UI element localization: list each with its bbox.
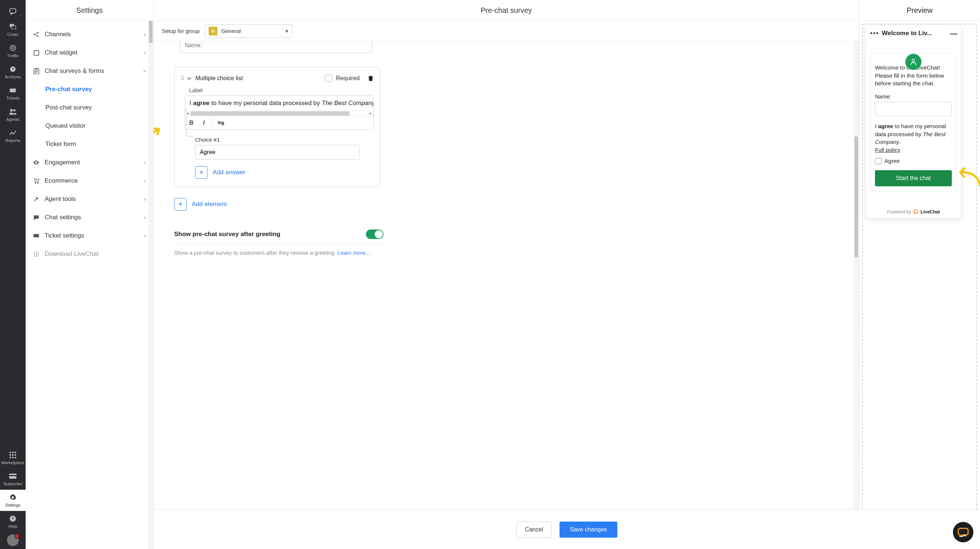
svg-rect-9 (12, 452, 14, 453)
settings-sidebar: Settings Channels › Chat widget › Chat s… (25, 0, 154, 549)
ticket-icon (9, 86, 17, 94)
required-toggle[interactable]: Required (325, 75, 360, 82)
menu-sub-prechat[interactable]: Pre-chat survey (25, 80, 153, 99)
livechat-logo-icon (913, 209, 918, 215)
menu-label: Chat surveys & forms (45, 67, 104, 75)
checkbox-icon (325, 75, 332, 82)
learn-more-link[interactable]: Learn more... (337, 250, 370, 256)
cancel-button[interactable]: Cancel (516, 522, 552, 538)
rail-chats[interactable]: Chats (0, 19, 25, 40)
rail-subscribe[interactable]: Subscribe (0, 468, 25, 490)
trash-icon[interactable] (368, 75, 374, 82)
download-icon (33, 251, 40, 257)
drag-handle-icon[interactable]: ⠿ (180, 75, 185, 82)
svg-text:?: ? (11, 516, 14, 521)
menu-ecommerce[interactable]: Ecommerce › (25, 172, 153, 190)
rail-archives[interactable]: Archives (0, 62, 25, 83)
settings-menu: Channels › Chat widget › Chat surveys & … (25, 21, 153, 267)
menu-label: Chat widget (45, 49, 78, 56)
menu-ticket-settings[interactable]: Ticket settings › (25, 226, 153, 245)
chevron-down-icon[interactable] (187, 76, 192, 81)
scrollbar[interactable] (148, 21, 153, 549)
menu-sub-ticketform[interactable]: Ticket form (25, 135, 153, 153)
main-column: Pre-chat survey Setup for group G Genera… (154, 0, 859, 549)
tree-connector (186, 107, 194, 137)
preview-column: Preview ••• Welcome to Liv... — Welcome … (859, 0, 980, 549)
name-field[interactable] (180, 41, 372, 53)
agent-avatar-icon (905, 54, 921, 70)
menu-download[interactable]: Download LiveChat (25, 245, 153, 263)
more-icon[interactable]: ••• (870, 30, 879, 37)
svg-rect-15 (12, 457, 14, 458)
svg-point-28 (37, 182, 38, 183)
menu-label: Ecommerce (45, 177, 78, 185)
rich-text-editor[interactable]: I agree to have my personal data process… (185, 95, 374, 130)
preview-name-input[interactable] (875, 102, 952, 116)
message-icon (33, 214, 40, 221)
avatar[interactable] (7, 535, 19, 546)
rail-agents[interactable]: Agents (0, 104, 25, 125)
ticket-icon (33, 232, 40, 239)
rail-label: Archives (5, 75, 21, 79)
menu-sub-postchat[interactable]: Post-chat survey (25, 99, 153, 117)
svg-rect-14 (10, 457, 11, 458)
menu-surveys[interactable]: Chat surveys & forms › (25, 62, 153, 80)
wrench-icon (33, 196, 40, 202)
chat-launcher-button[interactable] (953, 522, 974, 543)
group-badge: G (208, 27, 217, 35)
add-answer-button[interactable]: + (195, 166, 207, 178)
nav-rail: Chats Traffic Archives Tickets Agents Re… (0, 0, 25, 549)
group-value: General (221, 28, 240, 34)
toggle-switch[interactable] (366, 229, 383, 239)
rail-label: Chats (7, 32, 18, 37)
svg-point-6 (10, 109, 13, 111)
rte-content[interactable]: I agree to have my personal data process… (185, 96, 373, 111)
add-element-button[interactable]: + (174, 198, 187, 210)
minimize-icon[interactable]: — (950, 29, 956, 38)
label-title: Label (189, 87, 374, 93)
preview-agree-checkbox[interactable]: Agree (875, 157, 952, 165)
svg-rect-11 (10, 454, 11, 456)
rail-logo[interactable] (0, 4, 25, 19)
rail-help[interactable]: ? Help (0, 511, 25, 532)
checkbox-icon (875, 158, 881, 164)
svg-rect-24 (33, 50, 38, 55)
menu-chat-widget[interactable]: Chat widget › (25, 43, 153, 62)
rte-toolbar: B I (185, 116, 373, 130)
chevron-down-icon: ▾ (285, 28, 288, 34)
link-button[interactable] (215, 118, 227, 129)
add-element-link[interactable]: Add element (192, 201, 226, 208)
start-chat-button[interactable]: Start the chat (875, 170, 952, 186)
rail-marketplace[interactable]: Marketplace (0, 447, 25, 468)
horizontal-scrollbar[interactable]: ◂▸ (185, 111, 373, 116)
menu-sub-queued[interactable]: Queued visitor (25, 117, 153, 135)
add-answer-link[interactable]: Add answer (213, 169, 245, 176)
widget-bubble: Welcome to our LiveChat! Please fill in … (870, 53, 956, 192)
svg-rect-2 (12, 26, 16, 29)
gear-icon (9, 493, 17, 501)
rail-label: Tickets (6, 96, 19, 100)
svg-point-7 (14, 109, 16, 111)
rail-tickets[interactable]: Tickets (0, 83, 25, 104)
rail-traffic[interactable]: Traffic (0, 40, 25, 62)
rail-label: Agents (6, 117, 19, 121)
save-button[interactable]: Save changes (560, 522, 617, 538)
group-select[interactable]: G General ▾ (205, 24, 293, 38)
svg-rect-33 (914, 210, 918, 213)
menu-label: Download LiveChat (45, 250, 99, 258)
eye-icon (33, 159, 40, 166)
svg-rect-10 (14, 452, 16, 453)
full-policy-link[interactable]: Full policy (875, 147, 900, 153)
italic-button[interactable]: I (197, 118, 210, 129)
main-title: Pre-chat survey (154, 0, 859, 21)
rail-settings[interactable]: Settings (0, 490, 25, 511)
menu-chat-settings[interactable]: Chat settings › (25, 208, 153, 226)
square-icon (33, 49, 40, 56)
scrollbar[interactable] (854, 41, 859, 549)
menu-engagement[interactable]: Engagement › (25, 153, 153, 172)
rail-reports[interactable]: Reports (0, 125, 25, 146)
menu-agent-tools[interactable]: Agent tools › (25, 190, 153, 208)
choice-input[interactable] (195, 145, 360, 159)
chevron-right-icon: › (144, 177, 146, 185)
menu-channels[interactable]: Channels › (25, 25, 153, 43)
